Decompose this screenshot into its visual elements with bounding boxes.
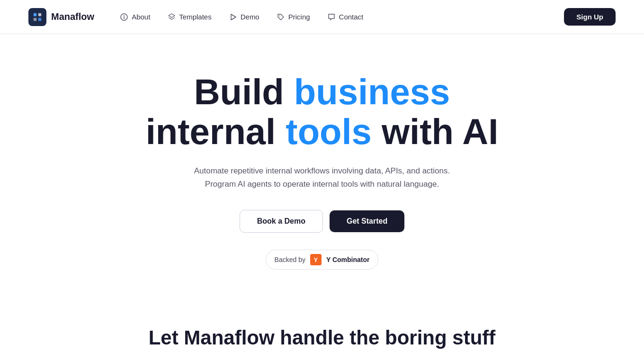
get-started-button[interactable]: Get Started bbox=[330, 210, 404, 232]
hero-subtitle: Automate repetitive internal workflows i… bbox=[194, 164, 450, 191]
navbar: Manaflow About bbox=[0, 0, 644, 34]
hero-subtitle-line2: Program AI agents to operate internal to… bbox=[205, 180, 439, 189]
section-desc: We are building Manaflow for you to scal… bbox=[161, 359, 483, 362]
section-title: Let Manaflow handle the boring stuff bbox=[19, 326, 625, 349]
svg-point-9 bbox=[279, 15, 280, 16]
hero-title-internal: internal bbox=[146, 111, 286, 152]
backed-by-label: Backed by bbox=[275, 256, 305, 263]
nav-contact[interactable]: Contact bbox=[321, 9, 370, 25]
play-icon bbox=[229, 13, 237, 21]
brand-name: Manaflow bbox=[51, 11, 94, 22]
yc-badge: Backed by Y Y Combinator bbox=[266, 250, 379, 270]
yc-logo: Y bbox=[310, 254, 322, 265]
tag-icon bbox=[277, 13, 285, 21]
nav-demo-label: Demo bbox=[241, 13, 259, 21]
hero-subtitle-line1: Automate repetitive internal workflows i… bbox=[194, 166, 450, 175]
nav-templates[interactable]: Templates bbox=[161, 9, 218, 25]
signup-button[interactable]: Sign Up bbox=[564, 8, 616, 26]
nav-about[interactable]: About bbox=[113, 9, 157, 25]
book-demo-button[interactable]: Book a Demo bbox=[240, 210, 323, 233]
boring-stuff-section: Let Manaflow handle the boring stuff We … bbox=[0, 298, 644, 362]
hero-title-with-ai: with AI bbox=[372, 111, 498, 152]
hero-title: Build business internal tools with AI bbox=[146, 72, 499, 151]
layers-icon bbox=[167, 13, 176, 21]
nav-contact-label: Contact bbox=[339, 13, 364, 21]
svg-rect-2 bbox=[34, 18, 36, 20]
hero-title-business: business bbox=[294, 72, 450, 112]
nav-links: About Templates Demo bbox=[113, 9, 370, 25]
nav-pricing-label: Pricing bbox=[288, 13, 310, 21]
nav-pricing[interactable]: Pricing bbox=[270, 9, 317, 25]
hero-title-build: Build bbox=[194, 72, 294, 112]
svg-rect-1 bbox=[38, 13, 41, 16]
hero-title-tools: tools bbox=[286, 111, 372, 152]
svg-point-6 bbox=[124, 15, 125, 16]
yc-letter: Y bbox=[314, 256, 318, 263]
nav-right: Sign Up bbox=[564, 8, 616, 26]
hero-section: Build business internal tools with AI Au… bbox=[0, 34, 644, 298]
svg-rect-0 bbox=[34, 13, 36, 16]
svg-marker-7 bbox=[169, 14, 175, 18]
svg-marker-8 bbox=[231, 14, 236, 20]
logo[interactable]: Manaflow bbox=[28, 8, 94, 26]
yc-name: Y Combinator bbox=[326, 256, 370, 263]
hero-buttons: Book a Demo Get Started bbox=[240, 210, 405, 233]
info-icon bbox=[120, 13, 128, 21]
nav-about-label: About bbox=[132, 13, 150, 21]
nav-templates-label: Templates bbox=[179, 13, 211, 21]
svg-rect-3 bbox=[38, 18, 41, 20]
logo-icon bbox=[28, 8, 46, 26]
nav-demo[interactable]: Demo bbox=[222, 9, 266, 25]
chat-icon bbox=[327, 13, 336, 21]
